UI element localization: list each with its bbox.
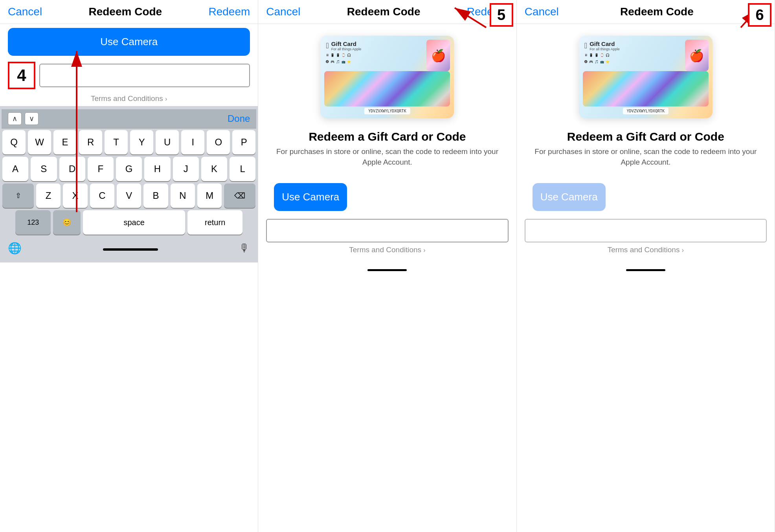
nav-bar-2: Cancel Redeem Code Redeem (258, 0, 516, 24)
key-return[interactable]: return (187, 210, 242, 235)
panel-bottom-2: Use Camera Terms and Conditions › (258, 175, 516, 269)
gift-card-colorful-3 (583, 71, 709, 106)
key-J[interactable]: J (173, 157, 199, 181)
key-H[interactable]: H (144, 157, 170, 181)
keyboard-nav-arrows: ∧ ∨ (8, 112, 39, 125)
code-input-area-1: 4 (8, 62, 250, 89)
use-camera-button-1[interactable]: Use Camera (8, 28, 250, 56)
redeem-subtext-3: For purchases in store or online, scan t… (517, 147, 775, 175)
keyboard-done-button[interactable]: Done (228, 113, 250, 124)
code-input-box-1[interactable] (39, 64, 250, 87)
terms-link-2[interactable]: Terms and Conditions › (274, 246, 500, 254)
key-C[interactable]: C (90, 183, 114, 208)
nav-bar-3: Cancel Redeem Code (517, 0, 775, 24)
keyboard-rows: Q W E R T Y U I O P A S D F G H J K (2, 128, 256, 238)
gift-card-subtitle-2: For all things Apple (331, 47, 362, 51)
gift-card-area-2:  Gift Card For all things Apple 🖥📱📱⌚🎧 🅐… (258, 24, 516, 126)
step-badge-4: 4 (8, 62, 35, 89)
panel-1: Cancel Redeem Code Redeem Use Camera 4 T… (0, 0, 258, 532)
redeem-heading-3: Redeem a Gift Card or Code (517, 126, 775, 147)
gift-card-subtitle-3: For all things Apple (590, 47, 620, 51)
redeem-subtext-2: For purchases in store or online, scan t… (258, 147, 516, 175)
gift-card-image-3:  Gift Card For all things Apple 🖥📱📱⌚🎧 🅐… (579, 36, 713, 118)
key-space[interactable]: space (83, 210, 185, 235)
panel-bottom-3: Use Camera Terms and Conditions › (517, 175, 775, 269)
key-P[interactable]: P (232, 130, 255, 154)
terms-link-3[interactable]: Terms and Conditions › (533, 246, 759, 254)
redeem-heading-2: Redeem a Gift Card or Code (258, 126, 516, 147)
key-O[interactable]: O (207, 130, 230, 154)
nav-title-2: Redeem Code (347, 6, 421, 18)
nav-title-1: Redeem Code (88, 6, 162, 18)
gift-card-image-2:  Gift Card For all things Apple 🖥📱📱⌚🎧 🅐… (320, 36, 454, 118)
key-L[interactable]: L (230, 157, 255, 181)
apple-logo-3:  (584, 41, 587, 50)
panel-2: 5 Cancel Redeem Code Redeem  Gift Card … (258, 0, 516, 532)
cancel-button-2[interactable]: Cancel (266, 6, 300, 18)
key-A[interactable]: A (2, 157, 28, 181)
key-B[interactable]: B (143, 183, 168, 208)
terms-chevron-3: › (682, 247, 684, 253)
step-badge-5: 5 (490, 3, 513, 27)
home-indicator-2 (258, 269, 516, 275)
key-E[interactable]: E (53, 130, 77, 154)
key-V[interactable]: V (117, 183, 141, 208)
step-badge-6: 6 (748, 3, 771, 27)
use-camera-button-2[interactable]: Use Camera (274, 183, 347, 211)
terms-link-1[interactable]: Terms and Conditions › (8, 94, 250, 103)
key-Q[interactable]: Q (2, 130, 26, 154)
key-I[interactable]: I (181, 130, 204, 154)
home-indicator (103, 248, 158, 251)
key-row-3: ⇧ Z X C V B N M ⌫ (2, 183, 255, 208)
key-R[interactable]: R (79, 130, 102, 154)
nav-title-3: Redeem Code (620, 6, 694, 18)
key-N[interactable]: N (171, 183, 195, 208)
key-S[interactable]: S (31, 157, 57, 181)
key-T[interactable]: T (105, 130, 128, 154)
gift-card-brand-2: Gift Card (331, 40, 362, 47)
terms-chevron-2: › (423, 247, 425, 253)
gift-card-code-2: YDVZVXWYLYDXQRTK (364, 108, 410, 114)
gift-card-brand-3: Gift Card (590, 40, 620, 47)
cancel-button-3[interactable]: Cancel (525, 6, 559, 18)
key-row-2: A S D F G H J K L (2, 157, 255, 181)
key-M[interactable]: M (197, 183, 222, 208)
keyboard-mic-button[interactable]: 🎙 (239, 242, 250, 255)
key-W[interactable]: W (28, 130, 51, 154)
key-X[interactable]: X (63, 183, 87, 208)
gift-card-code-3: YDVZVXWYLYDXQRTK (623, 108, 668, 114)
keyboard-next-button[interactable]: ∨ (25, 112, 39, 125)
home-indicator-3 (517, 269, 775, 275)
key-U[interactable]: U (156, 130, 179, 154)
keyboard-globe-button[interactable]: 🌐 (8, 242, 22, 255)
panel-3: 6 Cancel Redeem Code  Gift Card For all… (517, 0, 775, 532)
keyboard-area: ∧ ∨ Done Q W E R T Y U I O P A S (0, 106, 258, 262)
key-G[interactable]: G (116, 157, 142, 181)
key-K[interactable]: K (201, 157, 227, 181)
key-row-1: Q W E R T Y U I O P (2, 130, 255, 154)
keyboard-toolbar: ∧ ∨ Done (2, 109, 256, 128)
key-F[interactable]: F (88, 157, 114, 181)
key-row-4: 123 😊 space return (2, 210, 255, 235)
key-emoji[interactable]: 😊 (53, 210, 81, 235)
key-backspace[interactable]: ⌫ (224, 183, 255, 208)
key-Y[interactable]: Y (130, 130, 153, 154)
key-numbers[interactable]: 123 (15, 210, 51, 235)
key-D[interactable]: D (59, 157, 85, 181)
apple-logo-2:  (326, 41, 329, 50)
key-shift[interactable]: ⇧ (2, 183, 34, 208)
code-input-box-2[interactable] (266, 219, 508, 242)
gift-card-colorful-2 (324, 71, 450, 106)
keyboard-bottom: 🌐 🎙 (2, 238, 256, 262)
key-Z[interactable]: Z (36, 183, 61, 208)
gift-card-cutout-2: 🍎 (426, 40, 450, 71)
gift-card-area-3:  Gift Card For all things Apple 🖥📱📱⌚🎧 🅐… (517, 24, 775, 126)
redeem-button-1[interactable]: Redeem (208, 6, 250, 18)
gift-card-cutout-3: 🍎 (685, 40, 709, 71)
keyboard-prev-button[interactable]: ∧ (8, 112, 22, 125)
nav-bar-1: Cancel Redeem Code Redeem (0, 0, 258, 24)
cancel-button-1[interactable]: Cancel (8, 6, 42, 18)
code-input-box-3[interactable] (525, 219, 767, 242)
terms-chevron-1: › (165, 95, 167, 102)
use-camera-button-3[interactable]: Use Camera (533, 183, 606, 211)
